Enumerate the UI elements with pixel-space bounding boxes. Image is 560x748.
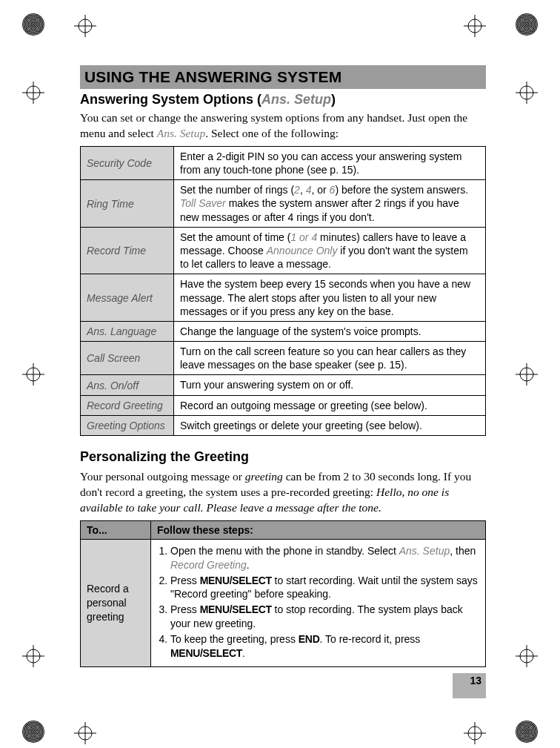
registration-circle-icon bbox=[22, 721, 44, 743]
option-row: Greeting OptionsSwitch greetings or dele… bbox=[81, 415, 486, 435]
option-label: Ans. Language bbox=[81, 321, 174, 341]
steps-row: Record a personal greeting Open the menu… bbox=[81, 539, 486, 666]
registration-mark-icon bbox=[74, 722, 96, 744]
page-number: 13 bbox=[453, 673, 486, 698]
option-label: Ring Time bbox=[81, 180, 174, 228]
registration-circle-icon bbox=[22, 13, 44, 36]
step-item: Open the menu with the phone in standby.… bbox=[170, 544, 479, 572]
option-row: Record TimeSet the amount of time (1 or … bbox=[81, 227, 486, 274]
option-description: Enter a 2-digit PIN so you can access yo… bbox=[174, 146, 486, 179]
option-row: Record GreetingRecord an outgoing messag… bbox=[81, 395, 486, 415]
intro-after: . Select one of the following: bbox=[205, 127, 339, 139]
subheading-personalizing: Personalizing the Greeting bbox=[80, 449, 486, 465]
steps-header-to: To... bbox=[81, 520, 151, 539]
subheading-answering-options: Answering System Options (Ans. Setup) bbox=[80, 92, 486, 107]
registration-mark-icon bbox=[22, 363, 44, 385]
option-description: Have the system beep every 15 seconds wh… bbox=[174, 274, 486, 322]
option-label: Ans. On/off bbox=[81, 375, 174, 395]
step-item: Press MENU/SELECT to stop recording. The… bbox=[170, 603, 479, 631]
personalizing-paragraph: Your personal outgoing message or greeti… bbox=[80, 469, 486, 516]
option-label: Record Greeting bbox=[81, 395, 174, 415]
option-description: Switch greetings or delete your greeting… bbox=[174, 415, 486, 435]
registration-mark-icon bbox=[464, 15, 486, 37]
option-label: Message Alert bbox=[81, 274, 174, 322]
p-before: Your personal outgoing message or bbox=[80, 470, 245, 483]
intro-paragraph: You can set or change the answering syst… bbox=[80, 110, 486, 142]
option-description: Change the language of the system's voic… bbox=[174, 321, 486, 341]
option-label: Record Time bbox=[81, 227, 174, 274]
option-description: Record an outgoing message or greeting (… bbox=[174, 395, 486, 415]
option-label: Greeting Options bbox=[81, 415, 174, 435]
subheading-prefix: Answering System Options ( bbox=[80, 92, 261, 107]
steps-table: To... Follow these steps: Record a perso… bbox=[80, 520, 486, 667]
option-row: Call ScreenTurn on the call screen featu… bbox=[81, 342, 486, 375]
step-item: To keep the greeting, press END. To re-r… bbox=[170, 632, 479, 661]
option-label: Security Code bbox=[81, 146, 174, 179]
registration-mark-icon bbox=[464, 722, 486, 744]
page-content: USING THE ANSWERING SYSTEM Answering Sys… bbox=[80, 65, 486, 698]
options-table: Security CodeEnter a 2-digit PIN so you … bbox=[80, 146, 486, 436]
steps-row-content: Open the menu with the phone in standby.… bbox=[151, 539, 486, 666]
registration-mark-icon bbox=[516, 82, 538, 104]
option-description: Set the number of rings (2, 4, or 6) bef… bbox=[174, 180, 486, 228]
steps-row-label: Record a personal greeting bbox=[81, 539, 151, 666]
subheading-suffix: ) bbox=[331, 92, 336, 107]
section-heading: USING THE ANSWERING SYSTEM bbox=[80, 65, 486, 89]
step-item: Press MENU/SELECT to start recording. Wa… bbox=[170, 574, 479, 602]
option-row: Ring TimeSet the number of rings (2, 4, … bbox=[81, 180, 486, 228]
intro-menu-item: Ans. Setup bbox=[157, 127, 205, 139]
registration-mark-icon bbox=[516, 363, 538, 385]
registration-mark-icon bbox=[22, 645, 44, 667]
option-row: Security CodeEnter a 2-digit PIN so you … bbox=[81, 146, 486, 179]
p-greeting-word: greeting bbox=[245, 470, 283, 483]
option-row: Ans. On/offTurn your answering system on… bbox=[81, 375, 486, 395]
registration-circle-icon bbox=[516, 721, 538, 743]
registration-mark-icon bbox=[74, 15, 96, 37]
option-row: Ans. LanguageChange the language of the … bbox=[81, 321, 486, 341]
registration-mark-icon bbox=[22, 82, 44, 104]
registration-mark-icon bbox=[516, 645, 538, 667]
option-description: Turn your answering system on or off. bbox=[174, 375, 486, 395]
option-description: Turn on the call screen feature so you c… bbox=[174, 342, 486, 375]
option-label: Call Screen bbox=[81, 342, 174, 375]
subheading-italic: Ans. Setup bbox=[261, 92, 331, 107]
option-description: Set the amount of time (1 or 4 minutes) … bbox=[174, 227, 486, 274]
registration-circle-icon bbox=[516, 13, 538, 36]
option-row: Message AlertHave the system beep every … bbox=[81, 274, 486, 322]
steps-header-follow: Follow these steps: bbox=[151, 520, 486, 539]
